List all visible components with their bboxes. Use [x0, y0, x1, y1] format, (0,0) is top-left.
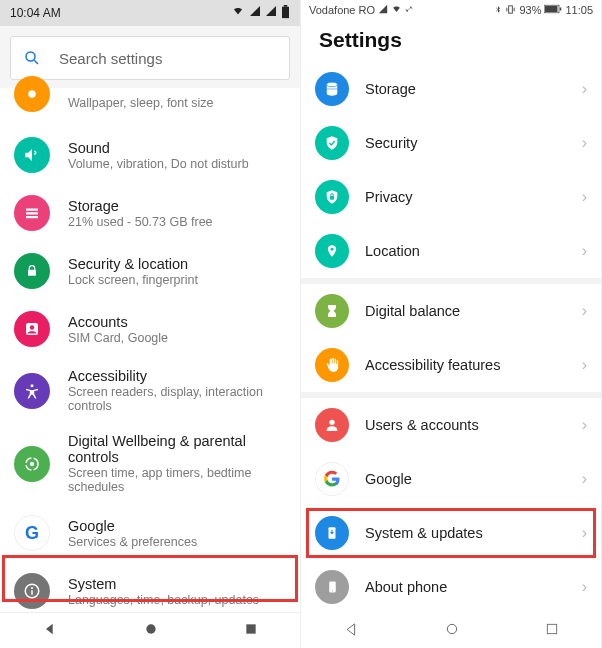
list-item-storage[interactable]: Storage ›: [301, 62, 601, 116]
list-item-security[interactable]: Security ›: [301, 116, 601, 170]
chevron-right-icon: ›: [582, 356, 587, 374]
svg-rect-19: [509, 5, 513, 12]
item-title: Storage: [68, 198, 213, 214]
svg-rect-28: [330, 196, 334, 200]
info-icon: [14, 573, 50, 609]
wifi-icon: [231, 5, 245, 22]
svg-rect-6: [26, 212, 38, 214]
storage-icon: [315, 72, 349, 106]
svg-point-10: [30, 325, 35, 330]
chevron-right-icon: ›: [582, 470, 587, 488]
lock-icon: [14, 253, 50, 289]
svg-rect-0: [282, 6, 289, 17]
item-label: Location: [365, 243, 582, 259]
svg-point-15: [31, 587, 33, 589]
list-item-sound[interactable]: Sound Volume, vibration, Do not disturb: [0, 126, 300, 184]
item-title: Accessibility: [68, 368, 286, 384]
list-item-privacy[interactable]: Privacy ›: [301, 170, 601, 224]
navigation-bar: [301, 614, 601, 648]
item-label: Digital balance: [365, 303, 582, 319]
settings-group: Digital balance › Accessibility features…: [301, 284, 601, 392]
svg-point-2: [26, 52, 35, 61]
chevron-right-icon: ›: [582, 578, 587, 596]
svg-point-13: [30, 461, 35, 466]
item-subtitle: Volume, vibration, Do not disturb: [68, 157, 249, 171]
status-time: 11:05: [565, 4, 593, 16]
item-label: About phone: [365, 579, 582, 595]
svg-line-3: [34, 60, 38, 64]
wifi-icon: [391, 4, 402, 16]
battery-icon: [281, 5, 290, 22]
list-item-google[interactable]: Google ›: [301, 452, 601, 506]
svg-rect-1: [284, 5, 288, 7]
nav-home-icon[interactable]: [143, 621, 159, 641]
item-label: Privacy: [365, 189, 582, 205]
list-item-storage[interactable]: Storage 21% used - 50.73 GB free: [0, 184, 300, 242]
google-g-icon: [315, 462, 349, 496]
signal-icon: [378, 4, 388, 16]
signal-icon: [265, 5, 277, 22]
list-item-display[interactable]: Wallpaper, sleep, font size: [0, 88, 300, 126]
item-title: Digital Wellbeing & parental controls: [68, 433, 286, 465]
list-item-google[interactable]: G Google Services & preferences: [0, 504, 300, 562]
balance-icon: [315, 294, 349, 328]
display-icon: [14, 76, 50, 112]
signal-icon: [249, 5, 261, 22]
svg-rect-16: [31, 590, 33, 595]
item-label: Security: [365, 135, 582, 151]
search-input[interactable]: Search settings: [10, 36, 290, 80]
list-item-accounts[interactable]: Accounts SIM Card, Google: [0, 300, 300, 358]
settings-group: Storage › Security › Privacy › Location …: [301, 62, 601, 278]
data-icon: [405, 4, 413, 16]
google-icon: G: [14, 515, 50, 551]
item-subtitle: 21% used - 50.73 GB free: [68, 215, 213, 229]
item-title: System: [68, 576, 259, 592]
svg-point-4: [28, 90, 36, 98]
battery-percent: 93%: [519, 4, 541, 16]
item-title: Sound: [68, 140, 249, 156]
item-subtitle: Lock screen, fingerprint: [68, 273, 198, 287]
item-label: System & updates: [365, 525, 582, 541]
item-subtitle: Wallpaper, sleep, font size: [68, 96, 213, 110]
list-item-about-phone[interactable]: About phone ›: [301, 560, 601, 614]
list-item-accessibility[interactable]: Accessibility Screen readers, display, i…: [0, 358, 300, 423]
storage-icon: [14, 195, 50, 231]
bluetooth-icon: [494, 4, 502, 17]
status-bar: 10:04 AM: [0, 0, 300, 26]
list-item-wellbeing[interactable]: Digital Wellbeing & parental controls Sc…: [0, 423, 300, 504]
item-title: Security & location: [68, 256, 198, 272]
chevron-right-icon: ›: [582, 524, 587, 542]
nav-recent-icon[interactable]: [545, 622, 559, 640]
nav-recent-icon[interactable]: [244, 622, 258, 640]
chevron-right-icon: ›: [582, 80, 587, 98]
item-subtitle: Screen readers, display, interaction con…: [68, 385, 286, 413]
item-title: Google: [68, 518, 197, 534]
nav-back-icon[interactable]: [344, 622, 359, 641]
status-time: 10:04 AM: [10, 6, 61, 20]
carrier-label: Vodafone RO: [309, 4, 375, 16]
user-icon: [315, 408, 349, 442]
list-item-digital-balance[interactable]: Digital balance ›: [301, 284, 601, 338]
chevron-right-icon: ›: [582, 302, 587, 320]
navigation-bar: [0, 612, 300, 648]
item-subtitle: Screen time, app timers, bedtime schedul…: [68, 466, 286, 494]
item-label: Google: [365, 471, 582, 487]
svg-point-17: [146, 624, 155, 633]
battery-icon: [544, 4, 562, 16]
list-item-security[interactable]: Security & location Lock screen, fingerp…: [0, 242, 300, 300]
left-phone-screen: 10:04 AM Search settings: [0, 0, 301, 648]
phone-icon: [315, 570, 349, 604]
list-item-system-updates[interactable]: System & updates ›: [301, 506, 601, 560]
nav-back-icon[interactable]: [42, 621, 58, 641]
settings-group: Users & accounts › Google › System & upd…: [301, 398, 601, 614]
chevron-right-icon: ›: [582, 416, 587, 434]
svg-rect-18: [246, 624, 255, 633]
page-title: Settings: [301, 20, 601, 62]
svg-point-33: [331, 590, 332, 591]
vibrate-icon: [505, 4, 516, 17]
item-subtitle: Services & preferences: [68, 535, 197, 549]
list-item-users[interactable]: Users & accounts ›: [301, 398, 601, 452]
nav-home-icon[interactable]: [444, 621, 460, 641]
list-item-location[interactable]: Location ›: [301, 224, 601, 278]
list-item-accessibility[interactable]: Accessibility features ›: [301, 338, 601, 392]
